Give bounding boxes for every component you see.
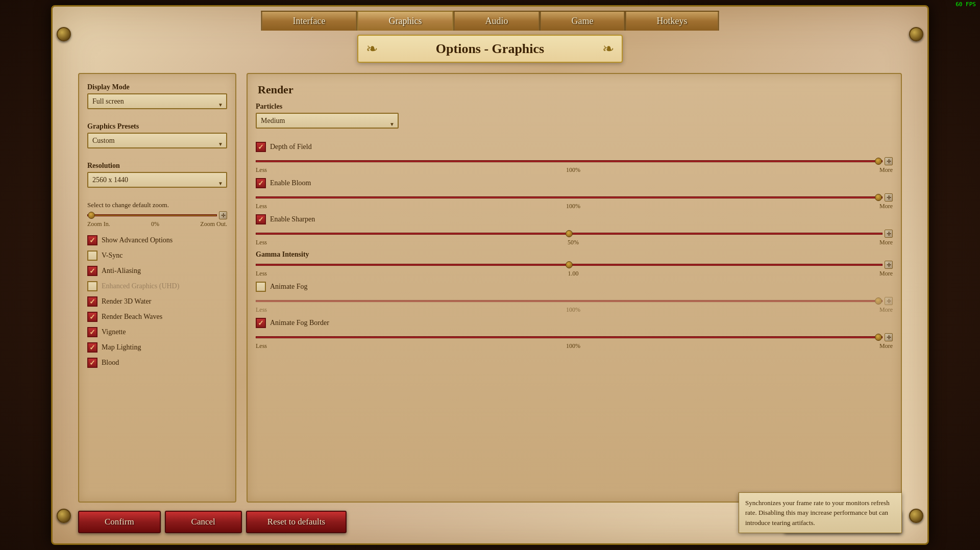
- checkbox-depth-of-field-label: Depth of Field: [270, 143, 312, 151]
- enable-bloom-slider-row: ✛: [256, 193, 893, 202]
- checkbox-depth-of-field: Depth of Field: [256, 142, 893, 152]
- title-decoration: Options - Graphics: [357, 35, 623, 63]
- depth-of-field-slider[interactable]: [256, 160, 883, 162]
- depth-of-field-slider-row: ✛: [256, 157, 893, 165]
- tab-graphics[interactable]: Graphics: [357, 11, 453, 31]
- checkbox-depth-of-field-box[interactable]: [256, 142, 266, 152]
- particles-wrapper: Low Medium High Ultra: [256, 113, 399, 135]
- checkbox-enable-sharpen-box[interactable]: [256, 214, 266, 224]
- tab-interface[interactable]: Interface: [261, 11, 357, 31]
- checkbox-blood: Blood: [87, 358, 227, 368]
- display-mode-wrapper: Full screen Windowed Borderless: [87, 93, 227, 115]
- checkbox-enable-bloom-label: Enable Bloom: [270, 179, 311, 187]
- left-panel: Display Mode Full screen Windowed Border…: [78, 73, 236, 503]
- bloom-pct: 100%: [566, 203, 580, 210]
- animate-fog-plus[interactable]: ✛: [885, 297, 893, 305]
- gamma-pct: 1.00: [568, 270, 579, 278]
- animate-fog-labels: Less 100% More: [256, 306, 893, 314]
- bloom-more: More: [879, 203, 893, 210]
- gamma-slider[interactable]: [256, 264, 883, 266]
- nav-tabs: Interface Graphics Audio Game Hotkeys: [261, 11, 719, 31]
- checkbox-render-3d-water: Render 3D Water: [87, 296, 227, 307]
- dof-pct: 100%: [566, 166, 580, 174]
- checkbox-map-lighting: Map Lighting: [87, 342, 227, 353]
- checkbox-enhanced-graphics-box[interactable]: [87, 281, 97, 291]
- checkbox-vsync: V-Sync: [87, 251, 227, 261]
- fps-counter: 60 FPS: [955, 1, 976, 8]
- checkbox-enable-sharpen: Enable Sharpen: [256, 214, 893, 224]
- animate-fog-border-plus[interactable]: ✛: [885, 333, 893, 341]
- fog-border-pct: 100%: [566, 342, 580, 350]
- checkbox-animate-fog: Animate Fog: [256, 282, 893, 292]
- checkbox-vsync-box[interactable]: [87, 251, 97, 261]
- depth-of-field-plus[interactable]: ✛: [885, 157, 893, 165]
- checkbox-animate-fog-box[interactable]: [256, 282, 266, 292]
- checkbox-vignette-box[interactable]: [87, 327, 97, 337]
- animate-fog-slider-row: ✛: [256, 297, 893, 305]
- cancel-button[interactable]: Cancel: [165, 511, 242, 533]
- enable-bloom-slider[interactable]: [256, 196, 883, 198]
- graphics-presets-wrapper: Custom Low Medium High Ultra: [87, 133, 227, 155]
- checkbox-anti-aliasing: Anti-Aliasing: [87, 266, 227, 276]
- tab-hotkeys[interactable]: Hotkeys: [625, 11, 719, 31]
- bloom-less: Less: [256, 203, 267, 210]
- right-panel: Render Particles Low Medium High Ultra D…: [247, 73, 902, 503]
- fog-more: More: [879, 306, 893, 314]
- display-mode-select[interactable]: Full screen Windowed Borderless: [87, 93, 227, 109]
- fog-border-less: Less: [256, 342, 267, 350]
- gamma-plus[interactable]: ✛: [885, 261, 893, 269]
- fog-border-more: More: [879, 342, 893, 350]
- sharpen-less: Less: [256, 239, 267, 246]
- enable-bloom-plus[interactable]: ✛: [885, 193, 893, 202]
- checkbox-show-advanced: Show Advanced Options: [87, 235, 227, 245]
- gamma-intensity-label: Gamma Intensity: [256, 251, 893, 259]
- corner-screw-tl: [57, 27, 71, 41]
- zoom-in-label: Zoom In.: [87, 220, 110, 228]
- checkbox-anti-aliasing-box[interactable]: [87, 266, 97, 276]
- animate-fog-slider[interactable]: [256, 300, 883, 302]
- checkbox-enhanced-graphics: Enhanced Graphics (UHD): [87, 281, 227, 291]
- particles-select[interactable]: Low Medium High Ultra: [256, 113, 399, 129]
- checkbox-blood-box[interactable]: [87, 358, 97, 368]
- graphics-presets-select[interactable]: Custom Low Medium High Ultra: [87, 133, 227, 148]
- checkbox-vsync-label: V-Sync: [102, 252, 123, 260]
- resolution-select[interactable]: 2560 x 1440 1920 x 1080 1280 x 720: [87, 172, 227, 188]
- dof-less: Less: [256, 166, 267, 174]
- checkbox-vignette: Vignette: [87, 327, 227, 337]
- gamma-less: Less: [256, 270, 267, 278]
- main-parchment: Interface Graphics Audio Game Hotkeys Op…: [51, 5, 929, 545]
- enable-sharpen-slider[interactable]: [256, 233, 883, 235]
- page-title-area: Options - Graphics: [357, 35, 623, 63]
- animate-fog-border-slider[interactable]: [256, 336, 883, 338]
- checkbox-enhanced-graphics-label: Enhanced Graphics (UHD): [102, 282, 179, 290]
- graphics-presets-label: Graphics Presets: [87, 122, 227, 131]
- sharpen-more: More: [879, 239, 893, 246]
- checkbox-animate-fog-border-box[interactable]: [256, 318, 266, 328]
- zoom-out-label: Zoom Out.: [200, 220, 227, 228]
- enable-sharpen-plus[interactable]: ✛: [885, 230, 893, 238]
- animate-fog-border-labels: Less 100% More: [256, 342, 893, 350]
- checkbox-anti-aliasing-label: Anti-Aliasing: [102, 267, 141, 275]
- checkbox-show-advanced-box[interactable]: [87, 235, 97, 245]
- corner-screw-bl: [57, 509, 71, 523]
- checkbox-blood-label: Blood: [102, 359, 119, 367]
- zoom-label: Select to change default zoom.: [87, 201, 227, 209]
- resolution-wrapper: 2560 x 1440 1920 x 1080 1280 x 720: [87, 172, 227, 194]
- zoom-plus-btn[interactable]: ✛: [219, 211, 227, 219]
- checkbox-map-lighting-box[interactable]: [87, 342, 97, 353]
- confirm-button[interactable]: Confirm: [78, 511, 161, 533]
- page-title: Options - Graphics: [436, 41, 544, 57]
- tab-audio[interactable]: Audio: [453, 11, 540, 31]
- gamma-labels: Less 1.00 More: [256, 270, 893, 278]
- zoom-pct: 0%: [151, 220, 159, 228]
- reset-button[interactable]: Reset to defaults: [246, 511, 347, 533]
- zoom-slider[interactable]: [87, 214, 217, 216]
- dof-more: More: [879, 166, 893, 174]
- zoom-slider-row: ✛: [87, 211, 227, 219]
- checkbox-render-beach-waves-label: Render Beach Waves: [102, 313, 162, 321]
- tooltip-text: Synchronizes your frame rate to your mon…: [745, 499, 890, 527]
- checkbox-render-beach-waves-box[interactable]: [87, 312, 97, 322]
- tab-game[interactable]: Game: [540, 11, 625, 31]
- checkbox-enable-bloom-box[interactable]: [256, 178, 266, 188]
- checkbox-render-3d-water-box[interactable]: [87, 296, 97, 307]
